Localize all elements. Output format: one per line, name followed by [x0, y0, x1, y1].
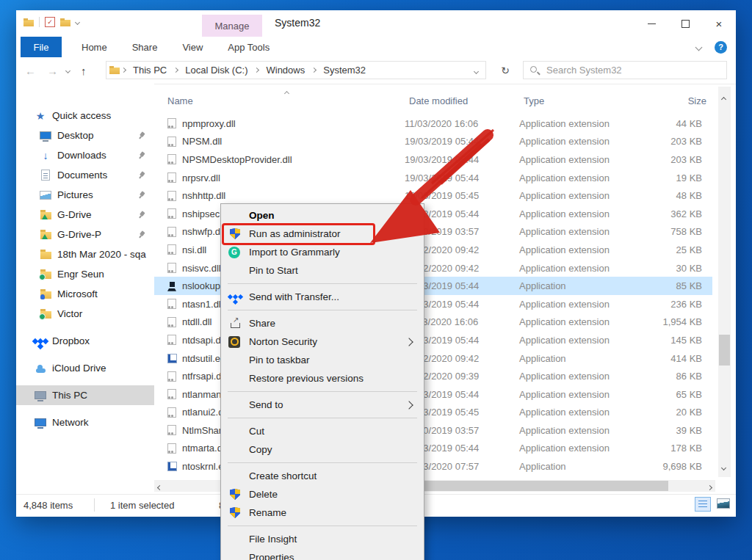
quick-access-toolbar: ✓	[24, 17, 79, 27]
file-row-npsmdesktopprovider-dll[interactable]: NPSMDesktopProvider.dll19/03/2019 05:44A…	[154, 150, 712, 169]
breadcrumb-item-windows[interactable]: Windows	[261, 65, 310, 76]
sidebar-item-victor[interactable]: Victor	[16, 304, 154, 324]
column-header-type[interactable]: Type	[524, 95, 634, 106]
menu-item-cut[interactable]: Cut	[221, 422, 424, 440]
menu-item-label: Send to	[249, 399, 283, 410]
sidebar-item-label: Desktop	[57, 130, 138, 141]
details-view-button[interactable]	[695, 497, 711, 512]
sidebar-item-network[interactable]: Network	[16, 412, 154, 432]
file-date-modified: 19/03/2019 05:45	[405, 190, 519, 201]
sidebar-item-label: This PC	[52, 390, 154, 401]
address-dropdown-icon[interactable]	[474, 65, 478, 76]
checkmark-icon[interactable]: ✓	[45, 17, 55, 27]
collapse-ribbon-icon[interactable]	[695, 43, 703, 51]
menu-item-norton-security[interactable]: Norton Security	[221, 332, 424, 351]
breadcrumb[interactable]: This PCLocal Disk (C:)WindowsSystem32	[106, 61, 486, 79]
folder-icon[interactable]	[24, 18, 34, 26]
selection-count: 1 item selected	[110, 500, 174, 511]
sidebar-item-this-pc[interactable]: This PC	[16, 385, 154, 405]
help-icon[interactable]: ?	[715, 41, 727, 54]
status-divider	[94, 498, 95, 512]
search-input[interactable]	[545, 64, 709, 76]
sidebar-item-microsoft[interactable]: Microsoft	[16, 284, 154, 304]
file-size: 19 KB	[629, 172, 702, 183]
menu-item-create-shortcut[interactable]: Create shortcut	[221, 467, 424, 485]
scroll-up-icon[interactable]	[722, 91, 726, 104]
tab-manage[interactable]: Manage	[202, 15, 262, 37]
sidebar-item-dropbox[interactable]: Dropbox	[16, 331, 154, 351]
vertical-scrollbar[interactable]	[718, 87, 731, 477]
file-type: Application extension	[519, 425, 629, 436]
maximize-button[interactable]	[668, 10, 702, 37]
tab-app-tools[interactable]: App Tools	[215, 37, 282, 57]
folder-icon[interactable]	[60, 18, 70, 26]
file-name: nrpsrv.dll	[182, 172, 405, 183]
menu-item-label: Cut	[249, 426, 264, 437]
menu-item-copy[interactable]: Copy	[221, 440, 424, 459]
sidebar-item-engr-seun[interactable]: Engr Seun	[16, 264, 154, 284]
file-name: NPSM.dll	[182, 136, 405, 147]
menu-item-rename[interactable]: Rename	[221, 503, 424, 522]
sidebar-item-pictures[interactable]: Pictures	[16, 185, 154, 205]
forward-icon[interactable]: →	[47, 57, 58, 84]
tab-file[interactable]: File	[21, 37, 62, 57]
file-type: Application extension	[519, 118, 629, 129]
file-row-npmproxy-dll[interactable]: npmproxy.dll11/03/2020 16:06Application …	[154, 114, 712, 133]
sidebar-item-downloads[interactable]: ↓Downloads	[16, 145, 154, 165]
minimize-button[interactable]	[634, 10, 668, 37]
dll-file-icon	[166, 443, 178, 454]
scroll-left-icon[interactable]	[158, 479, 162, 492]
recent-locations-icon[interactable]	[66, 57, 70, 84]
menu-item-file-insight[interactable]: File Insight	[221, 530, 424, 548]
file-type: Application extension	[519, 407, 629, 418]
sidebar-item-g-drive[interactable]: G-Drive	[16, 205, 154, 225]
desktop-icon	[39, 130, 52, 142]
menu-item-run-as-administrator[interactable]: Run as administrator	[221, 225, 424, 243]
close-button[interactable]: ×	[702, 10, 736, 37]
tab-view[interactable]: View	[170, 37, 215, 57]
up-icon[interactable]: ↑	[81, 57, 87, 84]
back-icon[interactable]: ←	[25, 57, 36, 84]
tab-share[interactable]: Share	[120, 37, 170, 57]
search-box	[523, 61, 727, 79]
file-row-nrpsrv-dll[interactable]: nrpsrv.dll19/03/2019 05:44Application ex…	[154, 169, 712, 187]
share-icon	[228, 317, 242, 330]
column-header-size[interactable]: Size	[634, 95, 706, 106]
sidebar-item-g-drive-p[interactable]: G-Drive-P	[16, 225, 154, 244]
menu-item-share[interactable]: Share	[221, 314, 424, 332]
annotation-highlight-box	[222, 223, 375, 245]
breadcrumb-item-local-disk-c[interactable]: Local Disk (C:)	[180, 65, 253, 76]
menu-item-open[interactable]: Open	[221, 206, 424, 225]
menu-item-label: Create shortcut	[249, 470, 317, 481]
menu-item-send-to[interactable]: Send to	[221, 396, 424, 414]
menu-item-import-to-grammarly[interactable]: GImport to Grammarly	[221, 243, 424, 261]
breadcrumb-item-system32[interactable]: System32	[318, 65, 371, 76]
menu-item-pin-to-taskbar[interactable]: Pin to taskbar	[221, 351, 424, 369]
refresh-icon[interactable]: ↻	[495, 61, 516, 79]
star-icon: ★	[34, 110, 47, 122]
thumbnail-view-button[interactable]	[717, 498, 730, 509]
menu-item-delete[interactable]: Delete	[221, 485, 424, 503]
column-header-date-modified[interactable]: Date modified	[409, 95, 524, 106]
sidebar-item-18th-mar-2020-sqa[interactable]: 18th Mar 2020 - sqa	[16, 244, 154, 264]
sidebar-item-quick-access[interactable]: ★Quick access	[16, 106, 154, 126]
chevron-down-icon[interactable]	[75, 19, 80, 24]
sidebar-item-label: Quick access	[52, 110, 154, 121]
scrollbar-thumb[interactable]	[719, 335, 730, 366]
sidebar-item-documents[interactable]: Documents	[16, 165, 154, 185]
menu-item-restore-previous-versions[interactable]: Restore previous versions	[221, 369, 424, 388]
file-size: 30 KB	[629, 263, 702, 274]
tab-home[interactable]: Home	[69, 37, 120, 57]
menu-item-send-with-transfer[interactable]: Send with Transfer...	[221, 288, 424, 306]
sidebar-item-icloud-drive[interactable]: iCloud Drive	[16, 358, 154, 378]
sidebar-item-desktop[interactable]: Desktop	[16, 126, 154, 145]
column-header-name[interactable]: Name	[167, 95, 409, 106]
menu-item-pin-to-start[interactable]: Pin to Start	[221, 261, 424, 280]
file-row-npsm-dll[interactable]: NPSM.dll19/03/2019 05:44Application exte…	[154, 133, 712, 151]
menu-item-properties[interactable]: Properties	[221, 548, 424, 560]
file-row-nshhttp-dll[interactable]: nshhttp.dll19/03/2019 05:45Application e…	[154, 186, 712, 205]
scroll-right-icon[interactable]	[708, 479, 712, 492]
file-size: 414 KB	[629, 353, 702, 364]
breadcrumb-item-this-pc[interactable]: This PC	[128, 65, 172, 76]
scroll-down-icon[interactable]	[722, 459, 726, 473]
